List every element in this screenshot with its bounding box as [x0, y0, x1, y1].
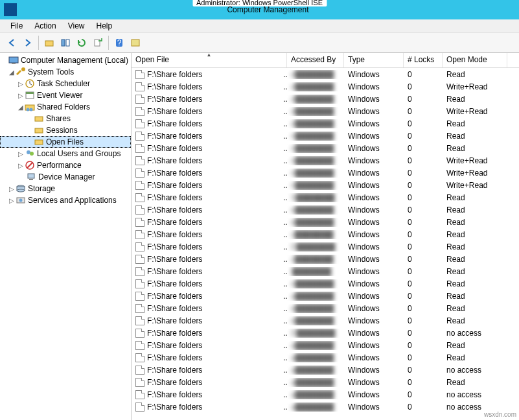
- tree-event-viewer[interactable]: ▷ Event Viewer: [0, 89, 131, 101]
- table-row[interactable]: F:\Share folders...i███████Windows0Read: [132, 265, 519, 277]
- expander-icon[interactable]: ▷: [17, 92, 25, 99]
- forward-button[interactable]: [20, 35, 36, 51]
- tree-storage[interactable]: ▷ Storage: [0, 183, 131, 194]
- cell-open-mode: Read: [443, 218, 497, 227]
- menu-help[interactable]: Help: [91, 20, 118, 32]
- tree-task-scheduler[interactable]: ▷ Task Scheduler: [0, 78, 131, 89]
- table-row[interactable]: F:\Share folders...e███████Windows0Read: [132, 302, 519, 314]
- expander-icon[interactable]: ◢: [17, 104, 25, 111]
- table-row[interactable]: F:\Share folders...n███████Windows0Read: [132, 142, 519, 154]
- expander-icon[interactable]: ▷: [17, 80, 25, 88]
- back-button[interactable]: [4, 35, 19, 51]
- open-file-path: F:\Share folders: [147, 205, 202, 215]
- cell-type: Windows: [344, 70, 404, 79]
- file-icon: [135, 205, 144, 215]
- tree-label: Storage: [28, 184, 58, 193]
- table-row[interactable]: F:\Share folders...n███████Windows0Write…: [132, 167, 519, 179]
- menu-file[interactable]: File: [5, 20, 28, 32]
- expander-icon[interactable]: ▷: [8, 185, 16, 192]
- open-file-path: F:\Share folders: [147, 144, 202, 153]
- tree-root[interactable]: Computer Management (Local): [0, 54, 131, 66]
- table-row[interactable]: F:\Share folders...c███████Windows0Read: [132, 228, 519, 240]
- cell-open-mode: Read: [443, 341, 497, 350]
- tree-device-manager[interactable]: Device Manager: [0, 171, 131, 183]
- cell-locks: 0: [404, 156, 443, 165]
- col-open-file[interactable]: Open File▲: [132, 53, 287, 67]
- tree-system-tools[interactable]: ◢ System Tools: [0, 66, 131, 78]
- cell-open-file: F:\Share folders: [132, 366, 279, 375]
- clock-icon: [25, 78, 35, 89]
- up-button[interactable]: [41, 35, 57, 51]
- col-accessed-by[interactable]: Accessed By: [287, 53, 344, 67]
- table-row[interactable]: F:\Share folders...d███████Windows0Read: [132, 117, 519, 130]
- tree-shared-folders[interactable]: ◢ Shared Folders: [0, 101, 131, 113]
- col-open-mode[interactable]: Open Mode: [443, 53, 507, 67]
- table-row[interactable]: F:\Share folders...a███████Windows0Read: [132, 290, 519, 302]
- table-row[interactable]: F:\Share folders...e███████Windows0Read: [132, 216, 519, 228]
- list-body[interactable]: F:\Share folders...d███████Windows0ReadF…: [132, 68, 519, 420]
- table-row[interactable]: F:\Share folders...d███████Windows0Read: [132, 93, 519, 105]
- table-row[interactable]: F:\Share folders...d███████Windows0Read: [132, 68, 519, 80]
- cell-locks: 0: [404, 119, 443, 128]
- cell-locks: 0: [404, 132, 443, 141]
- tree-open-files[interactable]: Open Files: [0, 136, 131, 148]
- open-file-path: F:\Share folders: [147, 193, 202, 202]
- table-row[interactable]: F:\Share folders...a███████Windows0no ac…: [132, 364, 519, 376]
- expander-icon[interactable]: ▷: [8, 197, 16, 204]
- table-row[interactable]: F:\Share folders...a███████Windows0Read: [132, 351, 519, 364]
- table-row[interactable]: F:\Share folders...d███████Windows0Write…: [132, 80, 519, 93]
- cell-ellipsis: ...: [279, 316, 287, 325]
- system-menu-icon[interactable]: [4, 3, 17, 16]
- table-row[interactable]: F:\Share folders...a███████Windows0Read: [132, 339, 519, 351]
- cell-open-file: F:\Share folders: [132, 242, 279, 251]
- table-row[interactable]: F:\Share folders...D███████Windows0Read: [132, 240, 519, 253]
- table-row[interactable]: F:\Share folders...n███████Windows0Read: [132, 130, 519, 142]
- cell-open-mode: Read: [443, 242, 497, 251]
- tree-sessions[interactable]: Sessions: [0, 124, 131, 136]
- table-row[interactable]: F:\Share folders...n███████Windows0Write…: [132, 179, 519, 191]
- open-file-path: F:\Share folders: [147, 329, 202, 338]
- svg-rect-12: [26, 92, 34, 94]
- table-row[interactable]: F:\Share folders...a███████Windows0no ac…: [132, 388, 519, 401]
- file-icon: [135, 255, 144, 264]
- expander-icon[interactable]: ◢: [8, 69, 16, 76]
- table-row[interactable]: F:\Share folders...d███████Windows0Write…: [132, 105, 519, 117]
- table-row[interactable]: F:\Share folders...e███████Windows0Read: [132, 314, 519, 327]
- table-row[interactable]: F:\Share folders...e███████Windows0Read: [132, 204, 519, 216]
- cell-locks: 0: [404, 316, 443, 325]
- tree-local-users[interactable]: ▷ Local Users and Groups: [0, 148, 131, 159]
- expander-icon[interactable]: ▷: [17, 162, 25, 169]
- cell-open-mode: Write+Read: [443, 181, 497, 190]
- table-row[interactable]: F:\Share folders...n███████Windows0Read: [132, 277, 519, 290]
- table-row[interactable]: F:\Share folders...n███████Windows0Write…: [132, 154, 519, 167]
- showhide-button[interactable]: [58, 35, 73, 51]
- table-row[interactable]: F:\Share folders...a███████Windows0no ac…: [132, 401, 519, 413]
- cell-accessed-by: D███████: [287, 242, 344, 251]
- tree-shares[interactable]: Shares: [0, 113, 131, 124]
- table-row[interactable]: F:\Share folders...D███████Windows0no ac…: [132, 327, 519, 339]
- cell-ellipsis: ...: [279, 107, 287, 116]
- table-row[interactable]: F:\Share folders...a███████Windows0Read: [132, 376, 519, 388]
- col-type[interactable]: Type: [344, 53, 404, 67]
- table-row[interactable]: F:\Share folders...S███████Windows0Read: [132, 191, 519, 204]
- expander-icon[interactable]: ▷: [17, 150, 25, 158]
- tree-services[interactable]: ▷ Services and Applications: [0, 194, 131, 206]
- cell-ellipsis: ...: [279, 193, 287, 202]
- cell-accessed-by: d███████: [287, 107, 344, 116]
- cell-open-mode: no access: [443, 390, 497, 399]
- menu-view[interactable]: View: [63, 20, 90, 32]
- cell-type: Windows: [344, 193, 404, 202]
- open-files-icon: [34, 137, 44, 147]
- col-locks[interactable]: # Locks: [404, 53, 443, 67]
- shared-folder-icon: [25, 102, 35, 112]
- tree-performance[interactable]: ▷ Performance: [0, 159, 131, 171]
- file-icon: [135, 193, 144, 202]
- file-icon: [135, 316, 144, 325]
- refresh-button[interactable]: [74, 35, 89, 51]
- help-button[interactable]: ?: [111, 35, 127, 51]
- export-button[interactable]: [90, 35, 106, 51]
- extra-button[interactable]: [128, 35, 143, 51]
- table-row[interactable]: F:\Share folders...c███████Windows0Read: [132, 253, 519, 265]
- menu-action[interactable]: Action: [29, 20, 61, 32]
- file-icon: [135, 329, 144, 338]
